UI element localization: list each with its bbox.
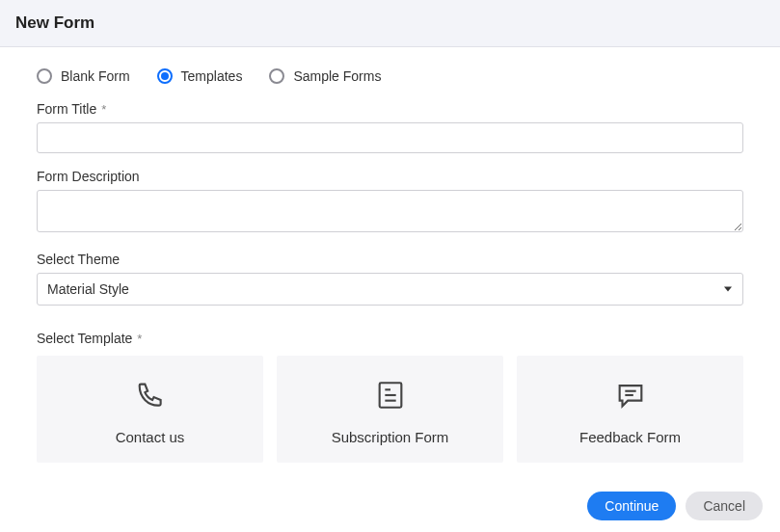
template-label: Subscription Form: [332, 429, 449, 445]
continue-button[interactable]: Continue: [587, 492, 676, 520]
radio-label: Sample Forms: [293, 68, 381, 84]
template-subscription-form[interactable]: Subscription Form: [277, 356, 503, 463]
dialog-content: Blank Form Templates Sample Forms Form T…: [0, 47, 780, 463]
phone-icon: [132, 377, 169, 413]
required-asterisk: *: [137, 332, 142, 346]
form-description-label: Form Description: [37, 169, 743, 184]
template-label: Feedback Form: [579, 429, 681, 445]
radio-templates[interactable]: Templates: [157, 68, 243, 84]
dialog-footer: Continue Cancel: [587, 492, 763, 520]
cancel-button[interactable]: Cancel: [686, 492, 763, 520]
radio-icon: [269, 68, 284, 84]
select-template-field: Select Template * Contact us: [37, 331, 743, 463]
select-theme-field: Select Theme Material Style: [37, 252, 743, 306]
form-description-input[interactable]: [37, 190, 743, 232]
form-title-input[interactable]: [37, 122, 743, 153]
dialog-title: New Form: [15, 13, 765, 33]
select-theme-dropdown[interactable]: Material Style: [37, 273, 743, 306]
radio-label: Blank Form: [61, 68, 130, 84]
select-value: Material Style: [47, 281, 129, 297]
chat-icon: [612, 377, 649, 413]
select-theme-label: Select Theme: [37, 252, 743, 267]
label-text: Select Template: [37, 331, 132, 346]
form-title-label: Form Title *: [37, 101, 743, 117]
radio-sample-forms[interactable]: Sample Forms: [269, 68, 381, 84]
form-description-field: Form Description: [37, 169, 743, 236]
radio-icon: [157, 68, 173, 84]
label-text: Form Title: [37, 101, 96, 117]
template-contact-us[interactable]: Contact us: [37, 356, 263, 463]
radio-label: Templates: [181, 68, 243, 84]
required-asterisk: *: [101, 102, 106, 117]
template-grid: Contact us Subscription Form: [37, 356, 743, 463]
template-feedback-form[interactable]: Feedback Form: [517, 356, 743, 463]
select-template-label: Select Template *: [37, 331, 743, 346]
template-label: Contact us: [116, 429, 185, 445]
document-icon: [372, 377, 409, 413]
form-title-field: Form Title *: [37, 101, 743, 153]
form-type-radio-group: Blank Form Templates Sample Forms: [37, 68, 743, 84]
radio-blank-form[interactable]: Blank Form: [37, 68, 130, 84]
radio-icon: [37, 68, 52, 84]
dialog-header: New Form: [0, 0, 780, 47]
